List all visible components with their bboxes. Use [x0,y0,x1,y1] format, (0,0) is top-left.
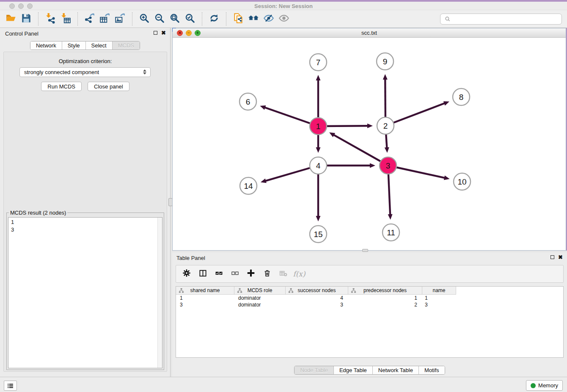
import-network-button[interactable] [44,12,57,26]
float-panel-icon[interactable] [154,31,157,35]
zoom-fit-button[interactable] [168,12,181,26]
table-row[interactable]: 1dominator411 [176,295,563,301]
deselect-all-icon [231,269,239,279]
show-all-icon [278,13,289,25]
network-canvas[interactable]: 1234678910111415 [173,38,566,250]
column-header-MCDS-role[interactable]: MCDS role [234,287,286,295]
close-panel-button[interactable]: Close panel [88,82,129,91]
settings-icon [182,268,191,279]
graph-node-6[interactable]: 6 [239,93,256,110]
cell-predecessor-nodes[interactable]: 1 [348,295,422,301]
close-table-panel-icon[interactable]: ✖ [558,255,563,259]
cell-MCDS-role[interactable]: dominator [234,301,286,308]
zoom-out-button[interactable] [153,12,166,26]
cell-predecessor-nodes[interactable]: 2 [348,301,422,308]
close-panel-icon[interactable]: ✖ [161,30,166,35]
first-neighbors-button[interactable] [247,12,260,26]
show-all-button[interactable] [278,12,290,26]
tab-node-table[interactable]: Node Table [295,366,333,374]
edge-3-10[interactable] [388,166,450,180]
graph-node-4[interactable]: 4 [310,157,327,174]
tab-network-table[interactable]: Network Table [372,366,418,374]
table-header-row: shared nameMCDS rolesuccessor nodesprede… [176,287,563,295]
duplicate-network-button[interactable] [232,12,245,26]
export-table-button[interactable] [99,12,111,26]
table-tabs: Node TableEdge TableNetwork TableMotifs [294,366,445,375]
float-table-panel-icon[interactable] [550,255,554,259]
apply-layout-button[interactable] [208,12,220,26]
svg-text:6: 6 [246,97,250,106]
table-panel-title: Table Panel [176,255,205,261]
run-mcds-button[interactable]: Run MCDS [41,82,82,91]
add-row-icon [246,268,256,279]
table-panel: Table Panel ✖ f(x) shared nameMCDS roles… [172,252,567,377]
deselect-all-button[interactable] [229,268,240,279]
cell-shared-name[interactable]: 3 [176,301,234,308]
column-header-shared-name[interactable]: shared name [176,287,234,295]
zoom-in-icon [139,13,150,25]
column-header-successor-nodes[interactable]: successor nodes [286,287,348,295]
criterion-dropdown-value: strongly connected component [24,69,99,75]
tab-select[interactable]: Select [85,41,112,50]
graph-node-7[interactable]: 7 [310,54,327,71]
edge-3-1[interactable] [329,133,388,166]
svg-text:1: 1 [316,122,321,131]
edge-4-14[interactable] [261,166,318,183]
zoom-selected-button[interactable] [184,12,196,26]
node-table: shared nameMCDS rolesuccessor nodesprede… [176,286,564,358]
graph-node-11[interactable]: 11 [383,224,399,241]
result-line: 1 [11,218,160,226]
save-session-button[interactable] [20,12,33,26]
tab-mcds[interactable]: MCDS [112,41,140,50]
tab-edge-table[interactable]: Edge Table [333,366,372,374]
cell-successor-nodes[interactable]: 4 [286,295,348,301]
network-window-titlebar[interactable]: ✕ − + scc.txt [173,28,566,38]
graph-node-15[interactable]: 15 [310,226,327,243]
cell-shared-name[interactable]: 1 [176,295,234,301]
export-network-button[interactable] [83,12,96,26]
search-icon [445,16,451,22]
select-all-button[interactable] [213,268,224,279]
table-row[interactable]: 3dominator323 [176,301,563,308]
add-row-button[interactable] [245,268,256,279]
cell-MCDS-role[interactable]: dominator [234,295,286,301]
zoom-in-button[interactable] [138,12,151,26]
memory-button-label: Memory [538,382,558,389]
criterion-dropdown[interactable]: strongly connected component [19,67,151,77]
tab-motifs[interactable]: Motifs [418,366,445,374]
delete-table-button [278,268,289,279]
table-body: 1dominator4113dominator323 [176,295,563,308]
search-field[interactable] [440,14,562,25]
mcds-result-textarea[interactable]: 13 [8,217,162,368]
tab-style[interactable]: Style [62,41,85,50]
import-table-button[interactable] [59,12,72,26]
graph-node-2[interactable]: 2 [377,117,394,134]
graph-node-1[interactable]: 1 [310,118,327,135]
edge-2-8[interactable] [385,101,449,126]
column-header-predecessor-nodes[interactable]: predecessor nodes [348,287,422,295]
settings-button[interactable] [181,268,192,279]
cell-name[interactable]: 1 [422,295,456,301]
column-header-label: MCDS role [248,287,272,293]
column-header-name[interactable]: name [422,287,456,295]
tab-network[interactable]: Network [30,41,62,50]
svg-text:4: 4 [316,161,321,170]
cell-name[interactable]: 3 [422,301,456,308]
graph-node-9[interactable]: 9 [377,53,394,70]
graph-node-14[interactable]: 14 [240,177,257,194]
horizontal-splitter-grip[interactable] [362,249,368,252]
graph-node-3[interactable]: 3 [380,157,396,174]
export-image-button[interactable] [114,12,127,26]
hide-selected-button[interactable] [262,12,275,26]
edge-1-6[interactable] [260,105,318,126]
open-session-button[interactable] [5,12,17,26]
cell-successor-nodes[interactable]: 3 [286,301,348,308]
graph-node-8[interactable]: 8 [453,88,470,105]
split-view-button[interactable] [197,268,208,279]
result-scrollbar[interactable] [157,218,162,368]
task-history-button[interactable] [4,381,17,391]
delete-row-button[interactable] [261,268,272,279]
memory-button[interactable]: Memory [526,380,563,391]
search-input[interactable] [452,16,559,22]
graph-node-10[interactable]: 10 [454,173,471,190]
